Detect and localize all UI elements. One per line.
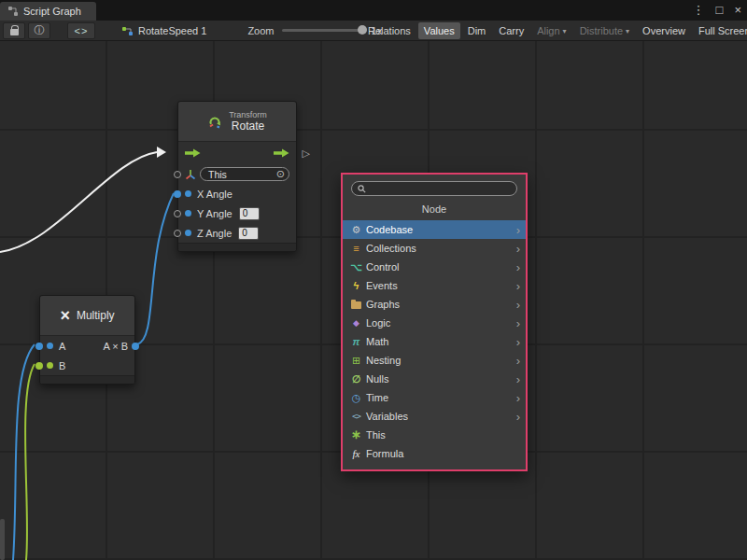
multiply-icon: × xyxy=(60,307,70,324)
nulls-icon: ∅ xyxy=(349,372,363,385)
dropdown-arrow-icon: ▾ xyxy=(626,27,629,35)
control-output-port[interactable] xyxy=(274,145,289,161)
control-output-arrow-icon xyxy=(274,148,289,158)
tab-script-graph[interactable]: Script Graph xyxy=(0,2,96,21)
wire-control-input[interactable] xyxy=(0,152,157,252)
multiply-b-label: B xyxy=(59,360,65,371)
chevron-right-icon: › xyxy=(516,411,520,423)
this-icon: ∗ xyxy=(349,428,363,441)
more-menu-icon[interactable]: ⋮ xyxy=(693,2,705,19)
graph-canvas[interactable]: Transform Rotate ▷ xyxy=(0,41,747,560)
rotate-node[interactable]: Transform Rotate ▷ xyxy=(177,101,297,252)
wire-multiply-to-x-angle[interactable] xyxy=(137,193,174,344)
y-angle-field[interactable] xyxy=(239,207,260,220)
z-angle-field[interactable] xyxy=(238,227,259,240)
rotate-node-header[interactable]: Transform Rotate xyxy=(178,102,296,142)
finder-search-input[interactable] xyxy=(370,183,511,194)
close-icon[interactable]: × xyxy=(734,2,741,19)
edit-source-button[interactable]: <> xyxy=(67,22,95,39)
y-angle-port[interactable] xyxy=(174,210,181,217)
math-icon: π xyxy=(349,335,363,348)
codebase-icon: ⚙ xyxy=(349,223,363,236)
menu-item-graphs[interactable]: Graphs› xyxy=(343,295,526,314)
axes-icon xyxy=(185,169,196,180)
chevron-right-icon: › xyxy=(516,280,520,292)
multiply-node-header[interactable]: × Multiply xyxy=(40,296,134,336)
multiply-output-port[interactable] xyxy=(132,343,139,350)
menu-item-label: Formula xyxy=(366,448,520,459)
node-finder-menu: Node ⚙Codebase›≡Collections›⌥Control›ϟEv… xyxy=(341,173,528,471)
finder-search-box[interactable] xyxy=(351,181,517,196)
graph-toolbar: ⓘ<> RotateSpeed 1 Zoom 1x RelationsValue… xyxy=(0,21,747,41)
menu-item-events[interactable]: ϟEvents› xyxy=(343,276,526,295)
multiply-node[interactable]: × Multiply A A × B B xyxy=(39,295,135,385)
overview-button[interactable]: Overview xyxy=(637,22,691,39)
menu-item-logic[interactable]: ◆Logic› xyxy=(343,314,526,332)
formula-icon: fx xyxy=(349,447,363,460)
menu-item-codebase[interactable]: ⚙Codebase› xyxy=(343,220,526,239)
multiply-a-label: A xyxy=(59,341,65,352)
wire-to-multiply-b[interactable] xyxy=(25,364,35,560)
menu-item-control[interactable]: ⌥Control› xyxy=(343,258,526,276)
button-label: Values xyxy=(424,25,455,36)
inspect-button[interactable]: ⓘ xyxy=(28,22,50,39)
multiply-a-port[interactable] xyxy=(35,343,43,350)
chevron-right-icon: › xyxy=(516,261,520,273)
dim-button[interactable]: Dim xyxy=(462,22,492,39)
wire-control-arrowhead-icon xyxy=(157,147,166,158)
z-angle-label: Z Angle xyxy=(197,228,232,239)
relations-button[interactable]: Relations xyxy=(362,22,416,39)
menu-item-this[interactable]: ∗This xyxy=(343,426,526,444)
float-type-icon xyxy=(185,210,191,217)
menu-item-label: Nesting xyxy=(366,355,516,366)
menu-item-variables[interactable]: <>Variables› xyxy=(343,407,526,426)
control-input-arrow-icon xyxy=(185,148,201,158)
chevron-right-icon: › xyxy=(516,299,520,311)
button-label: Carry xyxy=(499,25,524,36)
x-angle-port[interactable] xyxy=(174,190,181,198)
info-icon: ⓘ xyxy=(35,23,45,37)
logic-icon: ◆ xyxy=(349,316,363,329)
control-icon: ⌥ xyxy=(349,260,363,273)
menu-item-formula[interactable]: fxFormula xyxy=(343,444,526,463)
menu-item-label: Time xyxy=(366,392,516,403)
wire-to-multiply-a[interactable] xyxy=(13,344,35,560)
float-type-icon xyxy=(185,230,191,236)
multiply-b-port[interactable] xyxy=(35,362,43,370)
chevron-right-icon: › xyxy=(516,392,520,404)
menu-item-nulls[interactable]: ∅Nulls› xyxy=(343,370,526,388)
z-angle-port[interactable] xyxy=(174,230,181,237)
menu-item-label: Control xyxy=(366,261,516,273)
this-port[interactable] xyxy=(174,171,181,178)
chevron-right-icon: › xyxy=(516,373,520,385)
values-button[interactable]: Values xyxy=(418,22,460,39)
maximize-icon[interactable]: □ xyxy=(716,2,724,19)
chevron-right-icon: › xyxy=(516,355,520,367)
control-input-port[interactable] xyxy=(185,145,201,161)
lock-button[interactable] xyxy=(3,22,25,39)
tab-title: Script Graph xyxy=(23,6,81,17)
distribute-button[interactable]: Distribute▾ xyxy=(574,22,635,39)
vertical-scrollbar-thumb[interactable] xyxy=(0,519,5,560)
chevron-right-icon: › xyxy=(516,224,520,236)
button-label: Relations xyxy=(368,25,411,36)
chevron-right-icon: › xyxy=(516,243,520,255)
menu-item-collections[interactable]: ≡Collections› xyxy=(343,239,526,258)
toolbar-view-buttons: RelationsValuesDimCarryAlign▾Distribute▾… xyxy=(362,21,747,41)
graph-asset[interactable]: RotateSpeed 1 xyxy=(121,25,206,36)
full-screen-button[interactable]: Full Screen xyxy=(693,22,747,39)
chevron-right-icon: › xyxy=(516,317,520,329)
collections-icon: ≡ xyxy=(349,242,363,255)
search-icon xyxy=(358,185,366,193)
menu-item-label: Graphs xyxy=(366,299,516,310)
node-footer xyxy=(178,243,296,251)
menu-item-nesting[interactable]: ⊞Nesting› xyxy=(343,351,526,370)
carry-button[interactable]: Carry xyxy=(493,22,529,39)
zoom-slider[interactable] xyxy=(282,29,364,32)
menu-item-time[interactable]: ◷Time› xyxy=(343,388,526,407)
this-selector[interactable]: This ⊙ xyxy=(200,167,289,181)
graphs-icon xyxy=(349,298,363,311)
menu-item-math[interactable]: πMath› xyxy=(343,332,526,351)
node-category: Transform xyxy=(229,110,267,119)
align-button[interactable]: Align▾ xyxy=(531,22,571,39)
